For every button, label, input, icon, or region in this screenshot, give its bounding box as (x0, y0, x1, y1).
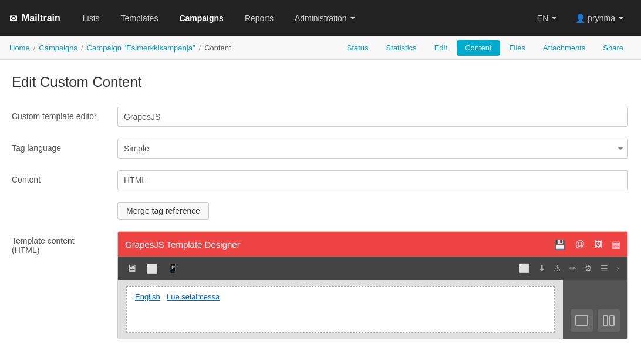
grapes-download-icon[interactable]: ⬇ (536, 261, 548, 275)
breadcrumb-campaign-name[interactable]: Campaign "Esimerkkikampanja" (87, 43, 195, 52)
nav-administration[interactable]: Administration (286, 9, 363, 28)
breadcrumb-home[interactable]: Home (9, 43, 30, 52)
template-content-group: Template content (HTML) GrapesJS Templat… (12, 231, 629, 339)
grapes-canvas-link-english[interactable]: English (135, 292, 160, 301)
nav-templates[interactable]: Templates (113, 9, 167, 28)
custom-template-editor-group: Custom template editor (12, 107, 629, 127)
template-content-label: Template content (HTML) (12, 231, 117, 255)
tab-content[interactable]: Content (457, 40, 500, 56)
content-input[interactable] (117, 170, 628, 190)
grapes-warning-icon[interactable]: ⚠ (551, 261, 564, 275)
chevron-down-icon-lang (552, 17, 556, 19)
grapes-canvas-link-lue[interactable]: Lue selaimessa (167, 292, 220, 301)
grapes-at-icon[interactable]: @ (575, 239, 585, 250)
breadcrumb-sep-2: / (81, 43, 83, 52)
tab-status[interactable]: Status (339, 40, 377, 56)
grapes-desktop-icon[interactable]: 🖥 (124, 260, 139, 277)
nav-lists[interactable]: Lists (75, 9, 108, 28)
tag-language-group: Tag language Simple Handlebars None (12, 139, 629, 159)
nav-right: EN 👤 pryhma (529, 9, 632, 28)
grapes-extra-icon[interactable]: › (614, 261, 622, 275)
grapes-title: GrapesJS Template Designer (125, 240, 554, 250)
tab-files[interactable]: Files (501, 40, 534, 56)
grapes-panel-icons-row (571, 309, 620, 332)
grapes-canvas: English Lue selaimessa (118, 280, 563, 339)
merge-tag-button-row: Merge tag reference (12, 202, 629, 220)
grapes-content: English Lue selaimessa (118, 280, 627, 339)
nav-language[interactable]: EN (529, 9, 565, 28)
chevron-down-icon-user (619, 17, 623, 19)
grapes-toolbar-left: 🖥 ⬜ 📱 (124, 260, 181, 277)
content-label: Content (12, 170, 117, 184)
grapes-panel-split-icon[interactable] (598, 309, 620, 332)
tab-attachments[interactable]: Attachments (535, 40, 593, 56)
grapes-header: GrapesJS Template Designer 💾 @ 🖼 ▤ (118, 232, 627, 257)
breadcrumb-campaigns[interactable]: Campaigns (39, 43, 77, 52)
main-content: Edit Custom Content Custom template edit… (0, 60, 641, 363)
grapes-tablet-icon[interactable]: ⬜ (144, 261, 160, 277)
grapes-settings-icon[interactable]: ⚙ (582, 261, 595, 275)
grapes-save-icon[interactable]: 💾 (554, 239, 566, 250)
nav-campaigns[interactable]: Campaigns (171, 9, 231, 28)
breadcrumb-sep-1: / (33, 43, 36, 52)
page-title: Edit Custom Content (12, 74, 629, 90)
grapes-panel-right (563, 280, 627, 339)
split-view-icon (603, 315, 615, 326)
envelope-icon: ✉ (9, 13, 17, 24)
chevron-down-icon (350, 17, 355, 19)
tab-edit[interactable]: Edit (426, 40, 456, 56)
grapes-panel-full-icon[interactable] (571, 309, 593, 332)
full-view-icon (575, 315, 588, 326)
tag-language-select-wrapper: Simple Handlebars None (117, 139, 628, 159)
nav-reports[interactable]: Reports (237, 9, 282, 28)
custom-template-editor-label: Custom template editor (12, 107, 117, 121)
breadcrumb: Home / Campaigns / Campaign "Esimerkkika… (9, 43, 339, 52)
breadcrumb-current: Content (204, 43, 231, 52)
grapes-image-icon[interactable]: 🖼 (594, 240, 602, 249)
grapes-canvas-inner: English Lue selaimessa (126, 286, 555, 333)
tab-statistics[interactable]: Statistics (378, 40, 425, 56)
merge-tag-reference-button[interactable]: Merge tag reference (117, 202, 209, 220)
grapes-menu-icon[interactable]: ☰ (598, 261, 610, 275)
grapes-header-icons: 💾 @ 🖼 ▤ (554, 239, 620, 250)
grapes-select-icon[interactable]: ⬜ (517, 261, 532, 276)
grapes-designer: GrapesJS Template Designer 💾 @ 🖼 ▤ 🖥 ⬜ 📱 (117, 231, 628, 339)
nav-user[interactable]: 👤 pryhma (567, 9, 632, 28)
grapes-toolbar-right: ⬜ ⬇ ⚠ ✏ ⚙ ☰ › (517, 261, 622, 276)
grapes-toolbar: 🖥 ⬜ 📱 ⬜ ⬇ ⚠ ✏ ⚙ ☰ › (118, 257, 627, 280)
custom-template-editor-input[interactable] (117, 107, 628, 127)
grapes-mobile-icon[interactable]: 📱 (165, 261, 181, 276)
subnav: Home / Campaigns / Campaign "Esimerkkika… (0, 36, 641, 60)
breadcrumb-sep-3: / (199, 43, 201, 52)
subnav-tabs: Status Statistics Edit Content Files Att… (339, 40, 632, 56)
grapes-layers-icon[interactable]: ▤ (612, 239, 620, 250)
navbar: ✉ Mailtrain Lists Templates Campaigns Re… (0, 0, 641, 36)
tab-share[interactable]: Share (595, 40, 632, 56)
tag-language-select[interactable]: Simple Handlebars None (117, 139, 628, 159)
brand-logo[interactable]: ✉ Mailtrain (9, 13, 60, 24)
brand-name: Mailtrain (22, 13, 60, 23)
tag-language-label: Tag language (12, 139, 117, 153)
user-icon: 👤 (575, 14, 585, 23)
grapes-pencil-icon[interactable]: ✏ (567, 261, 579, 275)
content-group: Content (12, 170, 629, 190)
